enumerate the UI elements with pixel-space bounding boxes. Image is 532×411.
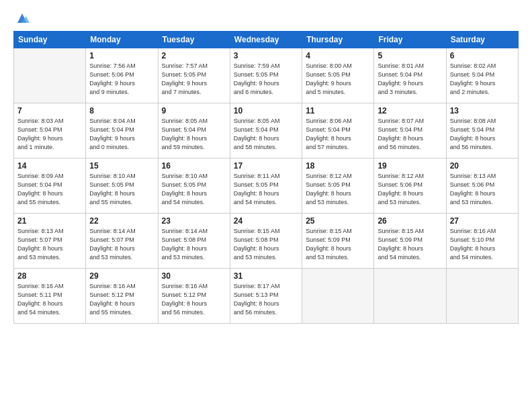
day-info: Sunrise: 8:02 AM Sunset: 5:04 PM Dayligh… — [450, 62, 515, 97]
day-info: Sunrise: 8:04 AM Sunset: 5:04 PM Dayligh… — [89, 117, 154, 152]
day-number: 27 — [450, 216, 515, 226]
day-number: 24 — [234, 216, 298, 226]
calendar-cell: 23Sunrise: 8:14 AM Sunset: 5:08 PM Dayli… — [158, 214, 230, 269]
calendar-cell: 4Sunrise: 8:00 AM Sunset: 5:05 PM Daylig… — [302, 48, 374, 103]
calendar-cell: 3Sunrise: 7:59 AM Sunset: 5:05 PM Daylig… — [230, 48, 302, 103]
day-number: 19 — [378, 161, 442, 171]
day-info: Sunrise: 8:01 AM Sunset: 5:04 PM Dayligh… — [378, 62, 442, 97]
calendar-cell: 14Sunrise: 8:09 AM Sunset: 5:04 PM Dayli… — [14, 158, 86, 214]
calendar-cell: 8Sunrise: 8:04 AM Sunset: 5:04 PM Daylig… — [86, 103, 158, 158]
calendar-header-thursday: Thursday — [302, 32, 374, 48]
calendar-cell: 31Sunrise: 8:17 AM Sunset: 5:13 PM Dayli… — [230, 269, 302, 324]
day-number: 28 — [17, 271, 82, 281]
day-number: 17 — [234, 161, 298, 171]
day-number: 30 — [162, 271, 226, 281]
calendar-week-2: 7Sunrise: 8:03 AM Sunset: 5:04 PM Daylig… — [14, 103, 519, 158]
day-info: Sunrise: 8:12 AM Sunset: 5:05 PM Dayligh… — [306, 172, 370, 207]
calendar-header-saturday: Saturday — [446, 32, 518, 48]
day-number: 29 — [89, 271, 154, 281]
day-number: 18 — [306, 161, 370, 171]
calendar-cell: 5Sunrise: 8:01 AM Sunset: 5:04 PM Daylig… — [374, 48, 446, 103]
day-number: 1 — [89, 51, 154, 60]
day-info: Sunrise: 8:16 AM Sunset: 5:10 PM Dayligh… — [450, 227, 515, 262]
calendar-week-3: 14Sunrise: 8:09 AM Sunset: 5:04 PM Dayli… — [14, 158, 519, 214]
calendar-header-monday: Monday — [86, 32, 158, 48]
calendar-header-row: SundayMondayTuesdayWednesdayThursdayFrid… — [14, 32, 519, 48]
calendar-header-friday: Friday — [374, 32, 446, 48]
day-number: 25 — [306, 216, 370, 226]
day-info: Sunrise: 8:08 AM Sunset: 5:04 PM Dayligh… — [450, 117, 515, 152]
day-info: Sunrise: 8:15 AM Sunset: 5:08 PM Dayligh… — [234, 227, 298, 262]
day-info: Sunrise: 8:03 AM Sunset: 5:04 PM Dayligh… — [17, 117, 82, 152]
calendar-header-tuesday: Tuesday — [158, 32, 230, 48]
day-number: 9 — [162, 106, 226, 116]
day-info: Sunrise: 8:11 AM Sunset: 5:05 PM Dayligh… — [234, 172, 298, 207]
calendar-week-1: 1Sunrise: 7:56 AM Sunset: 5:06 PM Daylig… — [14, 48, 519, 103]
calendar-cell — [302, 269, 374, 324]
day-number: 31 — [234, 271, 298, 281]
calendar-cell: 7Sunrise: 8:03 AM Sunset: 5:04 PM Daylig… — [14, 103, 86, 158]
calendar-cell: 6Sunrise: 8:02 AM Sunset: 5:04 PM Daylig… — [446, 48, 518, 103]
calendar-cell: 29Sunrise: 8:16 AM Sunset: 5:12 PM Dayli… — [86, 269, 158, 324]
day-info: Sunrise: 8:13 AM Sunset: 5:07 PM Dayligh… — [17, 227, 82, 262]
day-number: 7 — [17, 106, 82, 116]
calendar-cell: 22Sunrise: 8:14 AM Sunset: 5:07 PM Dayli… — [86, 214, 158, 269]
calendar-header-sunday: Sunday — [14, 32, 86, 48]
day-info: Sunrise: 7:59 AM Sunset: 5:05 PM Dayligh… — [234, 62, 298, 97]
calendar-cell: 10Sunrise: 8:05 AM Sunset: 5:04 PM Dayli… — [230, 103, 302, 158]
day-info: Sunrise: 8:05 AM Sunset: 5:04 PM Dayligh… — [162, 117, 226, 152]
logo-icon — [15, 11, 30, 26]
day-number: 11 — [306, 106, 370, 116]
day-info: Sunrise: 8:07 AM Sunset: 5:04 PM Dayligh… — [378, 117, 442, 152]
day-number: 6 — [450, 51, 515, 60]
calendar-cell — [14, 48, 86, 103]
calendar-cell: 16Sunrise: 8:10 AM Sunset: 5:05 PM Dayli… — [158, 158, 230, 214]
day-info: Sunrise: 8:15 AM Sunset: 5:09 PM Dayligh… — [378, 227, 442, 262]
calendar-cell: 26Sunrise: 8:15 AM Sunset: 5:09 PM Dayli… — [374, 214, 446, 269]
day-info: Sunrise: 8:09 AM Sunset: 5:04 PM Dayligh… — [17, 172, 82, 207]
calendar-cell: 11Sunrise: 8:06 AM Sunset: 5:04 PM Dayli… — [302, 103, 374, 158]
day-info: Sunrise: 7:56 AM Sunset: 5:06 PM Dayligh… — [89, 62, 154, 97]
calendar-cell — [446, 269, 518, 324]
day-info: Sunrise: 8:17 AM Sunset: 5:13 PM Dayligh… — [234, 282, 298, 317]
day-info: Sunrise: 8:10 AM Sunset: 5:05 PM Dayligh… — [89, 172, 154, 207]
day-number: 26 — [378, 216, 442, 226]
day-number: 10 — [234, 106, 298, 116]
calendar-cell: 18Sunrise: 8:12 AM Sunset: 5:05 PM Dayli… — [302, 158, 374, 214]
day-number: 12 — [378, 106, 442, 116]
day-info: Sunrise: 8:06 AM Sunset: 5:04 PM Dayligh… — [306, 117, 370, 152]
calendar-cell: 27Sunrise: 8:16 AM Sunset: 5:10 PM Dayli… — [446, 214, 518, 269]
calendar-week-4: 21Sunrise: 8:13 AM Sunset: 5:07 PM Dayli… — [14, 214, 519, 269]
day-number: 23 — [162, 216, 226, 226]
calendar-cell — [374, 269, 446, 324]
logo — [13, 12, 30, 26]
day-number: 21 — [17, 216, 82, 226]
calendar-cell: 12Sunrise: 8:07 AM Sunset: 5:04 PM Dayli… — [374, 103, 446, 158]
day-info: Sunrise: 8:10 AM Sunset: 5:05 PM Dayligh… — [162, 172, 226, 207]
page: SundayMondayTuesdayWednesdayThursdayFrid… — [0, 0, 532, 411]
calendar-week-5: 28Sunrise: 8:16 AM Sunset: 5:11 PM Dayli… — [14, 269, 519, 324]
day-info: Sunrise: 7:57 AM Sunset: 5:05 PM Dayligh… — [162, 62, 226, 97]
calendar-cell: 24Sunrise: 8:15 AM Sunset: 5:08 PM Dayli… — [230, 214, 302, 269]
header — [13, 12, 519, 26]
day-number: 8 — [89, 106, 154, 116]
day-info: Sunrise: 8:13 AM Sunset: 5:06 PM Dayligh… — [450, 172, 515, 207]
day-number: 22 — [89, 216, 154, 226]
day-number: 20 — [450, 161, 515, 171]
day-info: Sunrise: 8:16 AM Sunset: 5:12 PM Dayligh… — [162, 282, 226, 317]
day-info: Sunrise: 8:14 AM Sunset: 5:07 PM Dayligh… — [89, 227, 154, 262]
day-number: 2 — [162, 51, 226, 60]
day-info: Sunrise: 8:16 AM Sunset: 5:11 PM Dayligh… — [17, 282, 82, 317]
calendar-cell: 2Sunrise: 7:57 AM Sunset: 5:05 PM Daylig… — [158, 48, 230, 103]
calendar: SundayMondayTuesdayWednesdayThursdayFrid… — [13, 31, 519, 324]
calendar-header-wednesday: Wednesday — [230, 32, 302, 48]
day-number: 16 — [162, 161, 226, 171]
calendar-cell: 25Sunrise: 8:15 AM Sunset: 5:09 PM Dayli… — [302, 214, 374, 269]
day-number: 5 — [378, 51, 442, 60]
day-info: Sunrise: 8:12 AM Sunset: 5:06 PM Dayligh… — [378, 172, 442, 207]
calendar-cell: 28Sunrise: 8:16 AM Sunset: 5:11 PM Dayli… — [14, 269, 86, 324]
calendar-cell: 19Sunrise: 8:12 AM Sunset: 5:06 PM Dayli… — [374, 158, 446, 214]
calendar-cell: 30Sunrise: 8:16 AM Sunset: 5:12 PM Dayli… — [158, 269, 230, 324]
day-info: Sunrise: 8:00 AM Sunset: 5:05 PM Dayligh… — [306, 62, 370, 97]
calendar-cell: 9Sunrise: 8:05 AM Sunset: 5:04 PM Daylig… — [158, 103, 230, 158]
